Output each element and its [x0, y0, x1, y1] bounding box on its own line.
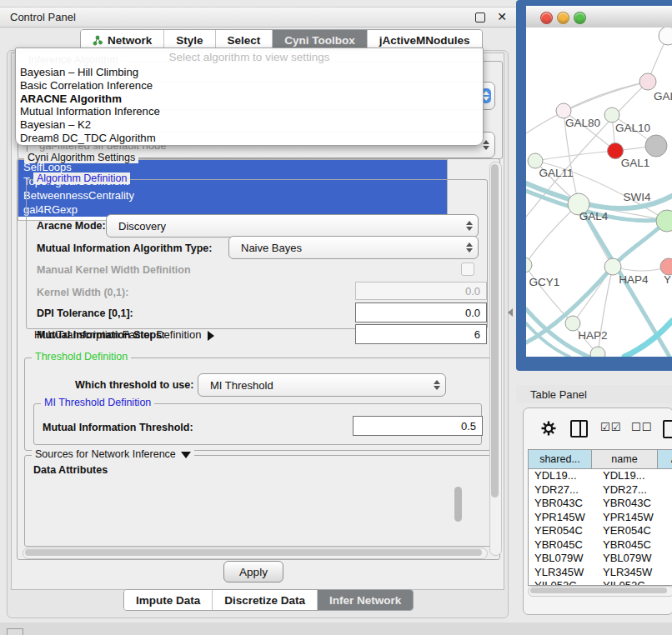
combo-stepper-icon	[434, 380, 440, 390]
manual-kernel-label: Manual Kernel Width Definition	[37, 264, 191, 276]
mi-steps-value: 6	[474, 328, 480, 341]
algorithm-option[interactable]: Mutual Information Inference	[16, 105, 483, 118]
algorithm-option[interactable]: Bayesian – K2	[16, 118, 483, 132]
table-panel-title: Table Panel	[530, 388, 587, 401]
table-cell: YBR043C	[597, 497, 668, 511]
table-row[interactable]: YDL19...YDL19...13	[529, 469, 672, 483]
table-cell: YBR043C	[529, 497, 597, 511]
table-cell: YBL079W	[597, 552, 668, 566]
mac-zoom-icon[interactable]	[574, 12, 586, 24]
mi-threshold-value: 0.5	[461, 420, 476, 432]
table-cell: 12	[668, 483, 672, 498]
dpi-tolerance-input[interactable]: 0.0	[355, 302, 487, 322]
table-horizontal-scrollbar[interactable]	[528, 586, 672, 597]
node-table[interactable]: shared...nameA YDL19...YDL19...13YDR27..…	[528, 449, 672, 586]
apply-button[interactable]: Apply	[223, 561, 283, 582]
tab-label: Impute Data	[136, 594, 200, 607]
tab-label: jActiveMNodules	[379, 34, 470, 47]
table-cell: 9.	[668, 538, 672, 552]
attribute-list-scrollbar[interactable]	[454, 487, 462, 522]
algorithm-option[interactable]: ARACNE Algorithm	[16, 92, 483, 106]
dpi-tolerance-label: DPI Tolerance [0,1]:	[37, 308, 133, 319]
which-threshold-label: Which threshold to use:	[75, 379, 193, 391]
table-row[interactable]: YBR045CYBR045C9.	[529, 538, 672, 552]
control-panel-titlebar: Control Panel ✕	[0, 7, 517, 28]
mi-type-label: Mutual Information Algorithm Type:	[37, 242, 212, 254]
svg-text:Y: Y	[664, 273, 671, 286]
column-header-name[interactable]: name	[592, 450, 658, 469]
manual-kernel-checkbox[interactable]	[461, 262, 474, 276]
table-row[interactable]: YIL052CYIL052C9	[529, 579, 672, 586]
algorithm-option[interactable]: Basic Correlation Inference	[16, 79, 483, 92]
kernel-width-input[interactable]: 0.0	[355, 282, 487, 300]
table-panel-titlebar: Table Panel	[516, 385, 672, 403]
svg-text:HAP2: HAP2	[578, 329, 607, 342]
algorithm-definition-group: Algorithm Definition Aracne Mode: Discov…	[26, 179, 488, 329]
algorithm-option[interactable]: Dream8 DC_TDC Algorithm	[16, 132, 483, 145]
collapsed-panel-button[interactable]	[7, 628, 23, 635]
tab-label: Network	[108, 34, 152, 47]
tab-discretize-data[interactable]: Discretize Data	[213, 590, 318, 610]
tab-label: Discretize Data	[224, 594, 305, 607]
sources-group: Sources for Network Inference Data Attri…	[24, 455, 493, 547]
settings-vertical-scrollbar[interactable]	[489, 162, 502, 556]
aracne-mode-combo[interactable]: Discovery	[106, 214, 479, 238]
combo-stepper-icon	[466, 242, 473, 252]
cyni-bottom-tabs: Impute DataDiscretize DataInfer Network	[123, 589, 414, 611]
splitter-handle-icon[interactable]	[508, 308, 513, 317]
network-graph[interactable]: GALGAL80GAL10GAL1GAL11GAL4SWI4GCY1HAP4YH…	[526, 28, 672, 357]
algorithm-definition-legend: Algorithm Definition	[33, 172, 130, 184]
network-icon	[93, 35, 103, 46]
table-cell: 9.	[668, 511, 672, 525]
cyni-algorithm-settings-group: Cyni Algorithm Settings Algorithm Defini…	[17, 158, 500, 560]
tab-infer-network[interactable]: Infer Network	[318, 590, 413, 610]
column-header-a[interactable]: A	[658, 450, 672, 469]
table-row[interactable]: YER054CYER054C8.	[529, 524, 672, 538]
table-row[interactable]: YBL079WYBL079W	[529, 552, 672, 566]
table-row[interactable]: YPR145WYPR145W9.	[529, 511, 672, 525]
cyni-settings-legend: Cyni Algorithm Settings	[24, 152, 138, 163]
float-icon[interactable]	[475, 12, 485, 22]
algorithm-option[interactable]: Bayesian – Hill Climbing	[16, 66, 483, 79]
kernel-width-label: Kernel Width (0,1):	[37, 287, 128, 298]
column-header-shared[interactable]: shared...	[529, 450, 592, 469]
table-cell: YDL19...	[597, 469, 668, 483]
network-canvas[interactable]: GALGAL80GAL10GAL1GAL11GAL4SWI4GCY1HAP4YH…	[526, 28, 672, 357]
mi-type-combo[interactable]: Naive Bayes	[228, 236, 479, 259]
document-icon[interactable]	[663, 420, 672, 438]
gear-icon[interactable]	[540, 420, 557, 437]
svg-text:HAP4: HAP4	[619, 273, 649, 286]
mac-close-icon[interactable]	[540, 12, 553, 24]
network-window-titlebar[interactable]	[526, 6, 672, 28]
table-row[interactable]: YDR27...YDR27...12	[529, 483, 672, 498]
status-strip	[0, 622, 672, 635]
close-icon[interactable]: ✕	[497, 10, 507, 23]
algorithm-dropdown-placeholder: Select algorithm to view settings	[16, 48, 483, 66]
settings-horizontal-scrollbar[interactable]	[23, 548, 488, 559]
mi-steps-input[interactable]: 6	[355, 324, 487, 344]
unchecked-boxes-icon[interactable]: ☐☐	[631, 421, 652, 433]
table-row[interactable]: YLR345WYLR345W9.	[529, 566, 672, 580]
aracne-mode-label: Aracne Mode:	[37, 220, 106, 232]
hub-definition-toggle[interactable]: Hub/Transcription Factor Definition	[34, 328, 214, 341]
mi-threshold-group: MI Threshold Definition Mutual Informati…	[33, 403, 482, 445]
threshold-definition-legend: Threshold Definition	[32, 351, 131, 362]
table-cell: YLR345W	[597, 566, 668, 580]
svg-text:GAL1: GAL1	[621, 157, 650, 169]
table-cell: YDL19...	[529, 469, 597, 483]
dpi-tolerance-value: 0.0	[465, 307, 480, 319]
table-cell	[668, 497, 672, 511]
mac-minimize-icon[interactable]	[557, 12, 569, 24]
svg-text:GCY1: GCY1	[529, 276, 560, 288]
table-cell: 9	[668, 579, 672, 586]
tab-impute-data[interactable]: Impute Data	[124, 590, 213, 610]
split-columns-icon[interactable]	[570, 420, 588, 438]
mi-threshold-input[interactable]: 0.5	[353, 416, 483, 436]
hub-definition-label: Hub/Transcription Factor Definition	[34, 328, 201, 341]
checked-boxes-icon[interactable]: ☑☑	[600, 421, 621, 433]
mi-threshold-label: Mutual Information Threshold:	[43, 422, 193, 433]
table-row[interactable]: YBR043CYBR043C	[529, 497, 672, 511]
which-threshold-combo[interactable]: MI Threshold	[198, 373, 446, 397]
sources-legend[interactable]: Sources for Network Inference	[32, 448, 194, 460]
table-cell: YIL052C	[529, 579, 597, 586]
